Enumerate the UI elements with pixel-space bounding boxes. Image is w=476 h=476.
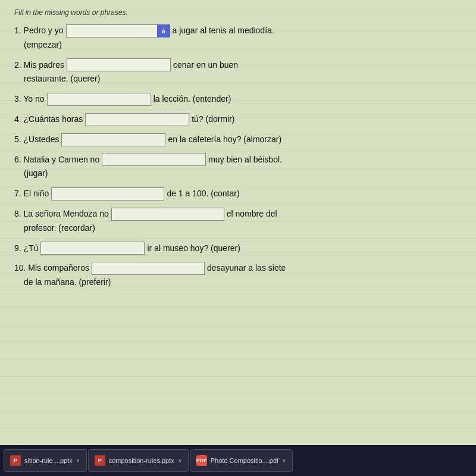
main-content: Fill in the missing words or phrases. 1.…: [0, 0, 476, 445]
pptx-icon-1: P: [95, 455, 105, 466]
question-1: 1. Pedro y yo á a jugar al tenis al medi…: [14, 24, 462, 52]
taskbar-item-1[interactable]: P composition-rules.pptx ∧: [88, 449, 189, 472]
question-5-line: 5. ¿Ustedes en la cafetería hoy? (almorz…: [14, 133, 462, 147]
q2-continuation: restaurante. (querer): [24, 72, 462, 86]
question-6: 6. Natalia y Carmen no muy bien al béisb…: [14, 153, 462, 181]
taskbar-label-2: Photo Compositio....pdf: [211, 457, 278, 464]
q3-before: 3. Yo no: [14, 92, 45, 107]
question-2: 2. Mis padres cenar en un buen restauran…: [14, 58, 462, 87]
taskbar-label-0: sition-rule....pptx: [24, 457, 73, 464]
question-3-line: 3. Yo no la lección. (entender): [14, 92, 462, 107]
q1-input-wrapper: á: [66, 24, 170, 37]
q7-before: 7. El niño: [14, 187, 49, 201]
q6-before: 6. Natalia y Carmen no: [14, 153, 99, 167]
q2-after: cenar en un buen: [173, 58, 238, 73]
question-9-line: 9. ¿Tú ir al museo hoy? (querer): [14, 242, 462, 256]
question-10-line: 10. Mis compañeros desayunar a las siete: [14, 261, 462, 275]
q2-input[interactable]: [67, 58, 171, 71]
q1-hint: (empezar): [24, 38, 462, 52]
q2-before: 2. Mis padres: [14, 58, 64, 73]
q10-after: desayunar a las siete: [207, 261, 286, 275]
q9-after: ir al museo hoy? (querer): [147, 242, 240, 256]
question-4-line: 4. ¿Cuántas horas tú? (dormir): [14, 112, 462, 127]
q10-before: 10. Mis compañeros: [14, 261, 89, 275]
question-8-line: 8. La señora Mendoza no el nombre del: [14, 207, 462, 221]
accent-button[interactable]: á: [157, 24, 170, 37]
question-7: 7. El niño de 1 a 100. (contar): [14, 187, 462, 201]
q3-after: la lección. (entender): [154, 92, 231, 107]
taskbar-item-2[interactable]: PDF Photo Compositio....pdf ∧: [190, 449, 293, 472]
q6-input[interactable]: [102, 153, 206, 166]
q4-after: tú? (dormir): [192, 112, 234, 127]
chevron-icon-1: ∧: [178, 458, 182, 464]
q8-input[interactable]: [111, 208, 224, 221]
pptx-icon-0: P: [10, 455, 21, 466]
q9-before: 9. ¿Tú: [14, 242, 38, 256]
q5-input[interactable]: [61, 133, 165, 146]
q8-continuation: profesor. (recordar): [24, 221, 462, 236]
taskbar: P sition-rule....pptx ∧ P composition-ru…: [0, 445, 476, 476]
question-3: 3. Yo no la lección. (entender): [14, 92, 462, 107]
q1-input[interactable]: [66, 24, 170, 37]
q10-input[interactable]: [92, 262, 205, 275]
q8-after: el nombre del: [227, 207, 277, 221]
instructions-text: Fill in the missing words or phrases.: [14, 8, 462, 17]
question-7-line: 7. El niño de 1 a 100. (contar): [14, 187, 462, 201]
q10-continuation: de la mañana. (preferir): [24, 275, 462, 290]
q4-before: 4. ¿Cuántas horas: [14, 112, 83, 127]
question-4: 4. ¿Cuántas horas tú? (dormir): [14, 112, 462, 127]
q5-after: en la cafetería hoy? (almorzar): [168, 133, 281, 147]
question-1-line: 1. Pedro y yo á a jugar al tenis al medi…: [14, 24, 462, 38]
q4-input[interactable]: [85, 113, 189, 126]
question-8: 8. La señora Mendoza no el nombre del pr…: [14, 207, 462, 236]
pdf-icon-2: PDF: [196, 455, 207, 466]
q1-after: a jugar al tenis al mediodía.: [173, 24, 274, 38]
taskbar-label-1: composition-rules.pptx: [109, 457, 174, 464]
question-5: 5. ¿Ustedes en la cafetería hoy? (almorz…: [14, 133, 462, 147]
q7-input[interactable]: [51, 187, 164, 201]
q7-after: de 1 a 100. (contar): [167, 187, 239, 201]
question-9: 9. ¿Tú ir al museo hoy? (querer): [14, 242, 462, 256]
chevron-icon-2: ∧: [282, 458, 286, 464]
question-2-line: 2. Mis padres cenar en un buen: [14, 58, 462, 73]
chevron-icon-0: ∧: [76, 458, 80, 464]
q6-after: muy bien al béisbol.: [208, 153, 282, 167]
q3-input[interactable]: [47, 93, 151, 106]
q8-before: 8. La señora Mendoza no: [14, 207, 109, 221]
taskbar-item-0[interactable]: P sition-rule....pptx ∧: [4, 449, 87, 472]
q5-before: 5. ¿Ustedes: [14, 133, 59, 147]
question-6-line: 6. Natalia y Carmen no muy bien al béisb…: [14, 153, 462, 167]
q9-input[interactable]: [40, 242, 145, 255]
question-10: 10. Mis compañeros desayunar a las siete…: [14, 261, 462, 290]
q6-continuation: (jugar): [24, 167, 462, 181]
q1-number: 1. Pedro y yo: [14, 24, 64, 38]
